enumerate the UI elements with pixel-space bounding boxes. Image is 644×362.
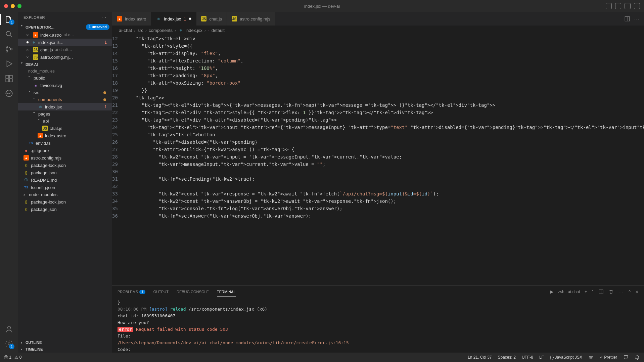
search-icon[interactable] — [4, 30, 14, 39]
explorer-sidebar: EXPLORER ··· ˅ OPEN EDITOR… 1 unsaved ×▲… — [18, 12, 112, 353]
layout-customize-icon[interactable] — [634, 3, 640, 9]
astro-icon: ▲ — [117, 16, 122, 21]
account-icon[interactable] — [4, 324, 14, 334]
tab-output[interactable]: OUTPUT — [153, 287, 169, 297]
tree-item[interactable]: ▲astro.config.mjs — [18, 154, 112, 162]
svg-point-9 — [8, 326, 11, 329]
status-cursor[interactable]: Ln 21, Col 37 — [468, 355, 492, 360]
layout-primary-icon[interactable] — [606, 3, 612, 9]
close-icon[interactable]: × — [26, 55, 31, 60]
tree-item[interactable]: TSenv.d.ts — [18, 139, 112, 147]
explorer-title: EXPLORER — [24, 15, 45, 19]
react-icon: ⚛ — [156, 16, 162, 21]
outline-header[interactable]: ›OUTLINE — [18, 339, 112, 346]
timeline-header[interactable]: ›TIMELINE — [18, 346, 112, 353]
open-editor-item[interactable]: ⚛ index.jsx a… 1 — [18, 39, 112, 46]
split-terminal-icon[interactable] — [598, 289, 604, 295]
settings-icon[interactable]: 1 — [4, 339, 14, 349]
chevron-icon: ˅ — [33, 97, 36, 102]
tree-item[interactable]: ◆.gitignore — [18, 147, 112, 154]
terminal-dropdown-icon[interactable]: ˅ — [592, 289, 594, 294]
status-spaces[interactable]: Spaces: 2 — [498, 355, 516, 360]
extensions-icon[interactable] — [4, 74, 14, 83]
tree-item[interactable]: {}package.json — [18, 206, 112, 213]
panel-maximize-icon[interactable]: ^ — [629, 289, 631, 294]
tab-problems[interactable]: PROBLEMS1 — [118, 287, 145, 297]
more-icon[interactable]: ··· — [102, 15, 107, 19]
open-editor-item[interactable]: ×JS chat.js ai-chat/… — [18, 46, 112, 53]
js-icon: JS — [232, 16, 237, 21]
open-editors-header[interactable]: ˅ OPEN EDITOR… 1 unsaved — [18, 23, 112, 31]
js-icon: JS — [42, 126, 48, 131]
tree-item[interactable]: ˅components — [18, 96, 112, 103]
tree-item[interactable]: ▲index.astro — [18, 132, 112, 139]
status-eol[interactable]: LF — [539, 355, 544, 360]
run-debug-icon[interactable] — [4, 59, 14, 69]
close-icon[interactable]: × — [26, 47, 31, 52]
more-actions-icon[interactable]: ··· — [634, 16, 640, 21]
panel-close-icon[interactable]: ✕ — [635, 289, 639, 294]
terminal-output[interactable]: }08:10:06 PM [astro] reload /src/compone… — [112, 298, 644, 353]
js-icon: JS — [33, 54, 38, 60]
tree-item[interactable]: ■favicon.svg — [18, 82, 112, 89]
explorer-icon[interactable]: 1 — [4, 15, 14, 24]
editor-tab[interactable]: ▲index.astro — [112, 12, 151, 26]
tab-terminal[interactable]: TERMINAL — [217, 287, 236, 297]
status-feedback-icon[interactable] — [623, 355, 629, 360]
tree-item[interactable]: {}package.json — [18, 169, 112, 176]
status-errors[interactable]: ⓧ 1 ⚠ 0 — [4, 355, 21, 360]
trash-icon[interactable] — [608, 289, 614, 295]
source-control-icon[interactable] — [4, 44, 14, 54]
minimize-window-icon[interactable] — [11, 4, 15, 8]
open-editor-item[interactable]: ×JS astro.config.mj… — [18, 53, 112, 61]
close-icon[interactable]: × — [26, 33, 31, 38]
json-icon: {} — [24, 207, 29, 212]
status-encoding[interactable]: UTF-8 — [522, 355, 533, 360]
project-header[interactable]: ˅ DEV-AI — [18, 61, 112, 68]
maximize-window-icon[interactable] — [17, 4, 21, 8]
tree-item[interactable]: ˅public — [18, 75, 112, 82]
breadcrumb[interactable]: ai-chat› src› components› ⚛index.jsx› ▫d… — [112, 26, 644, 35]
modified-indicator-icon — [103, 98, 106, 101]
layout-secondary-icon[interactable] — [625, 3, 631, 9]
terminal-shell-icon[interactable]: ▶ — [550, 289, 553, 294]
layout-panel-icon[interactable] — [615, 3, 621, 9]
json-icon: {} — [24, 199, 29, 205]
new-terminal-icon[interactable]: + — [585, 289, 587, 294]
tree-item[interactable]: ˅src — [18, 89, 112, 96]
open-editor-item[interactable]: ×▲ index.astro ai-c… — [18, 31, 112, 39]
tree-item[interactable]: node_modules — [18, 68, 112, 75]
editor-tab[interactable]: JSchat.js — [196, 12, 227, 26]
chevron-icon: ˅ — [28, 90, 32, 95]
tree-item[interactable]: ˅pages — [18, 110, 112, 118]
status-prettier[interactable]: ✓ Prettier — [600, 355, 617, 360]
status-bell-icon[interactable] — [635, 355, 640, 360]
status-copilot-icon[interactable] — [588, 355, 594, 360]
editor-tab[interactable]: JSastro.config.mjs — [227, 12, 275, 26]
tab-debug-console[interactable]: DEBUG CONSOLE — [177, 287, 209, 297]
react-icon: ⚛ — [31, 40, 36, 45]
tree-item[interactable]: JSchat.js — [18, 125, 112, 132]
tree-item[interactable]: {}package-lock.json — [18, 198, 112, 206]
tree-item[interactable]: ⓘREADME.md — [18, 176, 112, 184]
astro-icon: ▲ — [24, 155, 29, 161]
status-lang[interactable]: { } JavaScript JSX — [550, 355, 582, 360]
tree-item[interactable]: ›node_modules — [18, 191, 112, 198]
tree-item[interactable]: TStsconfig.json — [18, 184, 112, 191]
panel-more-icon[interactable]: ··· — [618, 289, 624, 294]
close-window-icon[interactable] — [4, 4, 8, 8]
code-editor[interactable]: 1213141516171819202122232425262728293031… — [112, 35, 644, 285]
editor-tabs: ▲index.astro ⚛index.jsx 1 JSchat.js JSas… — [112, 12, 644, 26]
js-icon: JS — [201, 16, 206, 21]
bottom-panel: PROBLEMS1 OUTPUT DEBUG CONSOLE TERMINAL … — [112, 285, 644, 353]
editor-tab[interactable]: ⚛index.jsx 1 — [151, 12, 197, 26]
split-editor-icon[interactable] — [624, 16, 630, 22]
ts-icon: TS — [28, 140, 34, 146]
tree-item[interactable]: ⚛index.jsx1 — [18, 103, 112, 110]
explorer-badge: 1 — [9, 19, 14, 25]
svg-icon: ■ — [33, 83, 38, 88]
tree-item[interactable]: {}package-lock.json — [18, 162, 112, 169]
terminal-shell-label[interactable]: zsh - ai-chat — [558, 289, 580, 294]
edge-tools-icon[interactable] — [4, 89, 14, 98]
tree-item[interactable]: ˅api — [18, 118, 112, 125]
